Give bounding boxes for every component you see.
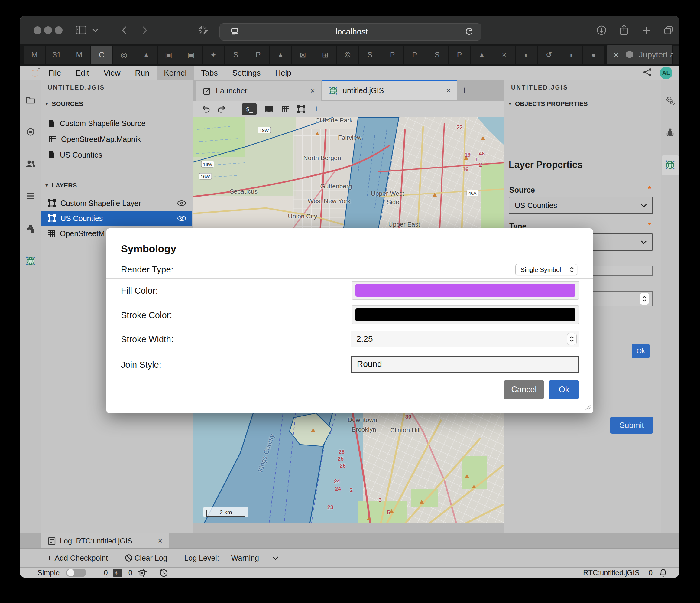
address-bar[interactable]: localhost (220, 23, 481, 41)
collapse-caret-icon[interactable]: ▾ (45, 182, 48, 189)
pinned-tab[interactable]: S (359, 46, 381, 64)
url-text[interactable]: localhost (239, 27, 465, 37)
source-item[interactable]: Custom Shapefile Source (41, 116, 192, 131)
table-of-contents-icon[interactable] (26, 192, 35, 201)
pinned-tab[interactable]: ▣ (158, 46, 179, 64)
fill-color-swatch[interactable] (355, 284, 575, 297)
visibility-eye-icon[interactable] (177, 200, 186, 206)
close-log-tab-icon[interactable]: × (158, 536, 162, 545)
downloads-icon[interactable] (597, 25, 606, 35)
debugger-bug-icon[interactable] (666, 128, 675, 139)
traffic-light-minimize[interactable] (44, 26, 52, 34)
pinned-tab[interactable]: P (673, 46, 679, 64)
history-clock-icon[interactable] (159, 568, 168, 577)
pinned-tab[interactable]: ◗ (560, 46, 582, 64)
collaborators-icon[interactable] (25, 160, 36, 169)
cancel-button[interactable]: Cancel (504, 380, 544, 399)
running-sessions-icon[interactable] (26, 128, 35, 137)
new-raster-layer-icon[interactable] (281, 105, 289, 113)
close-tab-icon[interactable]: × (310, 86, 315, 96)
extensions-icon[interactable] (26, 224, 35, 235)
traffic-light-zoom[interactable] (55, 26, 62, 34)
new-tab-icon[interactable] (642, 26, 650, 34)
stroke-color-swatch[interactable] (355, 309, 575, 321)
source-select[interactable]: US Counties (509, 197, 653, 214)
clear-log-button[interactable]: Clear Log (125, 554, 167, 562)
pinned-tab[interactable]: © (337, 46, 358, 64)
menu-view[interactable]: View (96, 66, 128, 80)
traffic-light-close[interactable] (33, 26, 42, 34)
pinned-tab[interactable]: S (426, 46, 448, 64)
pinned-tab[interactable]: P (449, 46, 470, 64)
menu-run[interactable]: Run (128, 66, 157, 80)
source-item[interactable]: OpenStreetMap.Mapnik (41, 131, 192, 147)
pinned-tab[interactable]: P (381, 46, 403, 64)
add-checkpoint-button[interactable]: + Add Checkpoint (47, 553, 108, 563)
basemap-gallery-icon[interactable] (265, 105, 274, 113)
jgis-panel-icon[interactable] (25, 256, 36, 267)
pinned-tab[interactable]: ◎ (113, 46, 135, 64)
pinned-tab[interactable]: P (247, 46, 269, 64)
pinned-tab[interactable]: × (493, 46, 515, 64)
add-layer-button[interactable]: + (314, 103, 319, 115)
pinned-tab[interactable]: ▣ (180, 46, 202, 64)
tab-untitled-jgis[interactable]: untitled.jGIS × (322, 80, 457, 100)
pinned-tab[interactable]: ◐ (516, 46, 538, 64)
stepper-icon[interactable] (567, 333, 577, 345)
collapse-caret-icon[interactable]: ▾ (45, 100, 48, 107)
log-level-select[interactable]: Warning (231, 554, 278, 562)
simple-mode-toggle[interactable] (66, 569, 86, 577)
reload-icon[interactable] (465, 27, 473, 37)
panel-ok-button[interactable]: Ok (632, 344, 650, 358)
property-inspector-icon[interactable] (665, 96, 675, 107)
new-tab-button[interactable]: + (461, 84, 467, 96)
new-vector-layer-icon[interactable] (297, 105, 305, 114)
tab-overview-icon[interactable] (664, 26, 673, 35)
terminal-status-icon[interactable]: $_ (113, 569, 122, 577)
log-tab[interactable]: Log: RTC:untitled.jGIS × (41, 533, 169, 548)
pinned-tab[interactable]: ⊞ (314, 46, 336, 64)
objects-properties-header[interactable]: ▾ OBJECTS PROPERTIES (504, 95, 661, 113)
close-tab-icon[interactable]: × (614, 50, 619, 60)
pinned-tab[interactable]: P (404, 46, 426, 64)
redo-icon[interactable] (218, 105, 226, 113)
pinned-tab[interactable]: M (24, 46, 45, 64)
layers-section-header[interactable]: ▾ LAYERS (41, 176, 192, 194)
jgis-right-panel-icon[interactable] (665, 160, 675, 171)
kernel-chip-icon[interactable] (138, 568, 147, 577)
layer-item[interactable]: Custom Shapefile Layer (41, 196, 192, 211)
menu-kernel[interactable]: Kernel (156, 66, 194, 80)
pinned-tab[interactable]: M (68, 46, 90, 64)
resize-handle-icon[interactable] (584, 404, 591, 411)
sources-section-header[interactable]: ▾ SOURCES (41, 95, 192, 113)
menu-settings[interactable]: Settings (225, 66, 268, 80)
undo-icon[interactable] (201, 105, 210, 113)
share-icon[interactable] (619, 24, 628, 35)
tab-launcher[interactable]: Launcher × (197, 81, 321, 101)
pinned-tab[interactable]: S (225, 46, 247, 64)
menu-help[interactable]: Help (268, 66, 298, 80)
console-button[interactable]: $_ (242, 103, 257, 115)
stepper-icon[interactable] (640, 293, 649, 305)
pinned-tab[interactable]: C (91, 46, 112, 64)
layer-item-selected[interactable]: US Counties (41, 211, 192, 226)
collapse-caret-icon[interactable]: ▾ (509, 100, 511, 107)
render-type-select[interactable]: Single Symbol (515, 264, 577, 275)
stroke-color-input[interactable] (351, 306, 579, 324)
menu-edit[interactable]: Edit (68, 66, 96, 80)
source-item[interactable]: US Counties (41, 147, 192, 163)
close-tab-icon[interactable]: × (446, 86, 451, 95)
bell-icon[interactable] (659, 569, 667, 577)
stroke-width-input[interactable]: 2.25 (351, 331, 579, 347)
fill-color-input[interactable] (351, 281, 579, 300)
pinned-tab[interactable]: ▲ (135, 46, 157, 64)
pinned-tab[interactable]: ↺ (538, 46, 560, 64)
back-button[interactable] (122, 26, 126, 34)
user-avatar[interactable]: AE (660, 67, 673, 79)
menu-file[interactable]: File (41, 66, 68, 80)
menu-tabs[interactable]: Tabs (194, 66, 225, 80)
submit-button[interactable]: Submit (610, 417, 653, 434)
sidebar-toggle-icon[interactable] (76, 26, 86, 34)
visibility-eye-icon[interactable] (177, 216, 186, 221)
pinned-tab[interactable]: ⊠ (292, 46, 314, 64)
